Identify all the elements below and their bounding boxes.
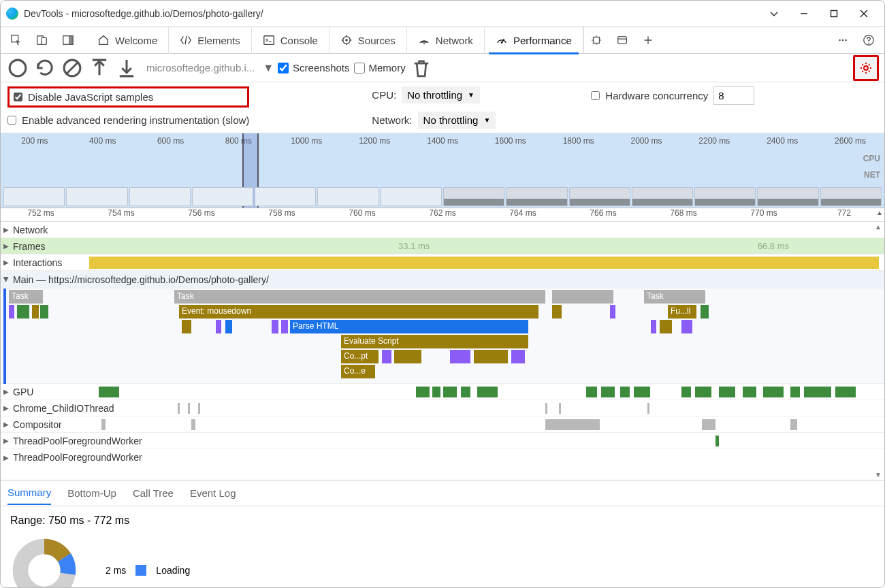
trash-button[interactable] xyxy=(410,56,433,80)
flame-full[interactable]: Fu...ll xyxy=(668,305,696,318)
track-threadpool-2[interactable]: ▶ThreadPoolForegroundWorker xyxy=(1,449,884,466)
legend-time: 2 ms xyxy=(106,565,126,576)
flame-code[interactable]: Co...e xyxy=(341,365,375,378)
track-compositor[interactable]: ▶Compositor xyxy=(1,416,884,433)
inspect-icon[interactable] xyxy=(3,27,29,53)
flame-compile[interactable]: Co...pt xyxy=(341,350,379,363)
record-button[interactable] xyxy=(6,56,29,80)
svg-rect-4 xyxy=(42,37,46,44)
track-network[interactable]: ▶Network xyxy=(1,222,884,238)
flame-event-mousedown[interactable]: Event: mousedown xyxy=(179,305,538,318)
flame-bar[interactable] xyxy=(182,320,191,333)
tab-label: Elements xyxy=(197,35,240,46)
flame-bar[interactable] xyxy=(610,305,615,318)
screenshots-checkbox[interactable]: Screenshots xyxy=(278,62,349,74)
track-gpu[interactable]: ▶GPU xyxy=(1,384,884,400)
device-toggle-icon[interactable] xyxy=(29,27,55,53)
memory-chip-icon[interactable] xyxy=(583,27,609,53)
flame-bar[interactable] xyxy=(216,320,221,333)
tab-label: Console xyxy=(280,35,318,46)
help-icon[interactable] xyxy=(856,27,882,53)
enable-advanced-rendering-checkbox[interactable]: Enable advanced rendering instrumentatio… xyxy=(7,114,249,126)
cpu-throttle-select[interactable]: No throttling▼ xyxy=(402,86,480,103)
upload-button[interactable] xyxy=(88,56,111,80)
flame-task[interactable]: Task xyxy=(9,290,43,304)
bracket-indicator xyxy=(3,289,6,384)
tab-console[interactable]: Console xyxy=(252,27,329,54)
tab-elements[interactable]: Elements xyxy=(169,27,252,54)
main-flame-chart[interactable]: Task Task Event: mousedown Parse HTML Ev… xyxy=(1,289,884,384)
tab-sources[interactable]: Sources xyxy=(329,27,407,54)
flame-bar[interactable] xyxy=(32,305,39,318)
flame-bar[interactable] xyxy=(225,320,232,333)
close-button[interactable] xyxy=(849,3,879,24)
capture-settings-button[interactable] xyxy=(853,55,879,81)
tab-performance[interactable]: Performance xyxy=(485,27,583,54)
flame-chart-tracks[interactable]: ▶Network ▶Frames 33.1 ms 66.8 ms ▶Intera… xyxy=(1,222,884,480)
flame-bar[interactable] xyxy=(511,350,525,363)
add-tab-icon[interactable] xyxy=(635,27,661,53)
reload-record-button[interactable] xyxy=(33,56,57,80)
flame-bar[interactable] xyxy=(40,305,48,318)
application-icon[interactable] xyxy=(609,27,635,53)
flame-bar[interactable] xyxy=(552,305,562,318)
flame-bar[interactable] xyxy=(17,305,29,318)
flame-bar[interactable] xyxy=(9,305,14,318)
detail-ruler[interactable]: 752 ms754 ms756 ms758 ms760 ms762 ms764 … xyxy=(1,208,884,222)
download-button[interactable] xyxy=(115,56,138,80)
track-chrome-io[interactable]: ▶Chrome_ChildIOThread xyxy=(1,400,884,416)
svg-point-26 xyxy=(839,39,841,42)
track-main[interactable]: ▶Main — https://microsoftedge.github.io/… xyxy=(1,271,884,289)
profile-dropdown-caret[interactable]: ▼ xyxy=(263,62,274,74)
scroll-indicator-top[interactable]: ▲ xyxy=(873,223,883,231)
tab-summary[interactable]: Summary xyxy=(7,481,51,505)
flame-bar[interactable] xyxy=(701,305,709,318)
tab-event-log[interactable]: Event Log xyxy=(190,482,236,504)
memory-checkbox[interactable]: Memory xyxy=(354,62,406,74)
disable-js-samples-checkbox[interactable]: Disable JavaScript samples xyxy=(7,86,249,108)
maximize-button[interactable] xyxy=(819,3,849,24)
svg-rect-17 xyxy=(594,37,600,44)
flame-bar[interactable] xyxy=(474,350,508,363)
frame-duration: 66.8 ms xyxy=(758,241,789,251)
flame-bar[interactable] xyxy=(552,290,613,304)
tab-network[interactable]: Network xyxy=(407,27,485,54)
overview-timeline[interactable]: 200 ms400 ms600 ms800 ms1000 ms1200 ms14… xyxy=(1,133,884,208)
svg-point-16 xyxy=(501,42,503,44)
tab-bottom-up[interactable]: Bottom-Up xyxy=(67,482,116,504)
flame-bar[interactable] xyxy=(681,320,692,333)
tab-call-tree[interactable]: Call Tree xyxy=(133,482,174,504)
scroll-indicator-bottom[interactable]: ▼ xyxy=(873,471,883,478)
scroll-up-icon[interactable]: ▲ xyxy=(876,209,883,216)
network-throttle-select[interactable]: No throttling▼ xyxy=(418,112,496,129)
minimize-button[interactable] xyxy=(789,3,819,24)
summary-panel: Range: 750 ms - 772 ms 2 ms Loading xyxy=(1,506,884,588)
flame-bar[interactable] xyxy=(394,350,421,363)
overview-net-label: NET xyxy=(864,170,880,180)
chevron-down-icon[interactable] xyxy=(759,3,789,24)
clear-button[interactable] xyxy=(61,56,84,80)
flame-bar[interactable] xyxy=(281,320,288,333)
svg-rect-1 xyxy=(831,11,837,17)
flame-bar[interactable] xyxy=(651,320,656,333)
profile-url[interactable]: microsoftedge.github.i... xyxy=(142,62,259,74)
track-frames[interactable]: ▶Frames 33.1 ms 66.8 ms xyxy=(1,238,884,255)
summary-donut-chart xyxy=(10,536,78,588)
dock-icon[interactable] xyxy=(55,27,81,53)
hardware-concurrency-input[interactable] xyxy=(713,86,754,105)
flame-bar[interactable] xyxy=(382,350,391,363)
screenshot-filmstrip xyxy=(1,187,884,206)
flame-bar[interactable] xyxy=(660,320,672,333)
flame-evaluate-script[interactable]: Evaluate Script xyxy=(341,335,528,348)
flame-bar[interactable] xyxy=(272,320,278,333)
flame-bar[interactable] xyxy=(450,350,470,363)
flame-task[interactable]: Task xyxy=(644,290,705,304)
track-threadpool-1[interactable]: ▶ThreadPoolForegroundWorker xyxy=(1,433,884,449)
svg-rect-22 xyxy=(617,37,626,44)
hardware-concurrency-checkbox[interactable]: Hardware concurrency xyxy=(591,90,708,101)
track-interactions[interactable]: ▶Interactions xyxy=(1,255,884,271)
more-icon[interactable] xyxy=(830,27,856,53)
flame-parse-html[interactable]: Parse HTML xyxy=(290,320,528,333)
flame-task[interactable]: Task xyxy=(174,290,545,304)
tab-welcome[interactable]: Welcome xyxy=(86,27,169,54)
